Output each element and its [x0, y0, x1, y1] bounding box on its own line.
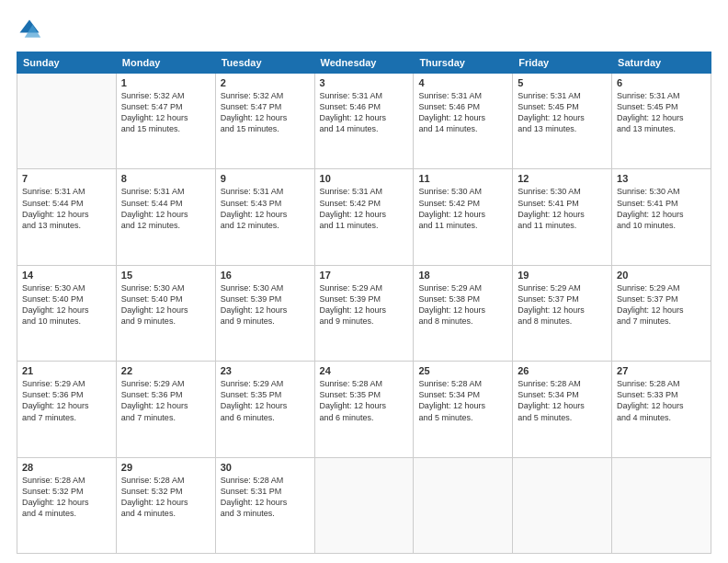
calendar-week-row: 1Sunrise: 5:32 AM Sunset: 5:47 PM Daylig…	[17, 74, 711, 169]
day-number: 23	[221, 365, 310, 376]
calendar-cell: 30Sunrise: 5:28 AM Sunset: 5:31 PM Dayli…	[215, 457, 314, 553]
day-number: 14	[22, 270, 111, 281]
day-info: Sunrise: 5:29 AM Sunset: 5:36 PM Dayligh…	[22, 378, 111, 423]
logo-icon	[17, 17, 42, 42]
day-number: 2	[221, 77, 310, 88]
day-number: 12	[518, 173, 607, 184]
calendar-cell: 18Sunrise: 5:29 AM Sunset: 5:38 PM Dayli…	[414, 265, 513, 361]
day-info: Sunrise: 5:32 AM Sunset: 5:47 PM Dayligh…	[221, 90, 310, 135]
day-number: 20	[617, 270, 706, 281]
header	[17, 17, 711, 42]
calendar-week-row: 14Sunrise: 5:30 AM Sunset: 5:40 PM Dayli…	[17, 265, 711, 361]
day-info: Sunrise: 5:31 AM Sunset: 5:45 PM Dayligh…	[518, 90, 607, 135]
weekday-header-sunday: Sunday	[17, 52, 117, 74]
weekday-header-thursday: Thursday	[414, 52, 513, 74]
calendar-cell: 8Sunrise: 5:31 AM Sunset: 5:44 PM Daylig…	[116, 169, 215, 265]
calendar-cell: 9Sunrise: 5:31 AM Sunset: 5:43 PM Daylig…	[215, 169, 314, 265]
day-info: Sunrise: 5:28 AM Sunset: 5:33 PM Dayligh…	[617, 378, 706, 423]
calendar-cell: 12Sunrise: 5:30 AM Sunset: 5:41 PM Dayli…	[513, 169, 612, 265]
day-info: Sunrise: 5:29 AM Sunset: 5:38 PM Dayligh…	[418, 282, 507, 327]
day-info: Sunrise: 5:30 AM Sunset: 5:40 PM Dayligh…	[121, 282, 210, 327]
logo	[17, 17, 46, 42]
day-number: 22	[121, 365, 210, 376]
day-number: 4	[418, 77, 507, 88]
day-number: 8	[121, 173, 210, 184]
calendar-cell: 10Sunrise: 5:31 AM Sunset: 5:42 PM Dayli…	[314, 169, 414, 265]
calendar-cell: 16Sunrise: 5:30 AM Sunset: 5:39 PM Dayli…	[215, 265, 314, 361]
day-number: 5	[518, 77, 607, 88]
day-number: 24	[320, 365, 409, 376]
calendar-cell: 23Sunrise: 5:29 AM Sunset: 5:35 PM Dayli…	[215, 362, 314, 457]
calendar-cell	[612, 457, 711, 553]
calendar-cell	[314, 457, 414, 553]
calendar-cell: 14Sunrise: 5:30 AM Sunset: 5:40 PM Dayli…	[17, 265, 117, 361]
day-info: Sunrise: 5:28 AM Sunset: 5:34 PM Dayligh…	[518, 378, 607, 423]
day-info: Sunrise: 5:28 AM Sunset: 5:31 PM Dayligh…	[221, 475, 310, 520]
weekday-header-monday: Monday	[116, 52, 215, 74]
calendar-table: SundayMondayTuesdayWednesdayThursdayFrid…	[17, 52, 711, 554]
day-number: 25	[418, 365, 507, 376]
weekday-header-tuesday: Tuesday	[215, 52, 314, 74]
day-info: Sunrise: 5:32 AM Sunset: 5:47 PM Dayligh…	[121, 90, 210, 135]
day-number: 30	[221, 462, 310, 473]
calendar-cell: 27Sunrise: 5:28 AM Sunset: 5:33 PM Dayli…	[612, 362, 711, 457]
day-info: Sunrise: 5:31 AM Sunset: 5:45 PM Dayligh…	[617, 90, 706, 135]
day-info: Sunrise: 5:30 AM Sunset: 5:41 PM Dayligh…	[518, 186, 607, 231]
calendar-cell: 28Sunrise: 5:28 AM Sunset: 5:32 PM Dayli…	[17, 457, 117, 553]
day-number: 9	[221, 173, 310, 184]
day-info: Sunrise: 5:31 AM Sunset: 5:42 PM Dayligh…	[320, 186, 409, 231]
day-number: 15	[121, 270, 210, 281]
day-info: Sunrise: 5:30 AM Sunset: 5:40 PM Dayligh…	[22, 282, 111, 327]
day-number: 6	[617, 77, 706, 88]
calendar-cell: 2Sunrise: 5:32 AM Sunset: 5:47 PM Daylig…	[215, 74, 314, 169]
calendar-cell	[414, 457, 513, 553]
calendar-cell: 19Sunrise: 5:29 AM Sunset: 5:37 PM Dayli…	[513, 265, 612, 361]
day-number: 3	[320, 77, 409, 88]
day-info: Sunrise: 5:28 AM Sunset: 5:32 PM Dayligh…	[121, 475, 210, 520]
day-info: Sunrise: 5:31 AM Sunset: 5:43 PM Dayligh…	[221, 186, 310, 231]
day-info: Sunrise: 5:31 AM Sunset: 5:46 PM Dayligh…	[320, 90, 409, 135]
day-number: 26	[518, 365, 607, 376]
calendar-cell: 15Sunrise: 5:30 AM Sunset: 5:40 PM Dayli…	[116, 265, 215, 361]
day-info: Sunrise: 5:30 AM Sunset: 5:41 PM Dayligh…	[617, 186, 706, 231]
day-number: 18	[418, 270, 507, 281]
calendar-cell: 17Sunrise: 5:29 AM Sunset: 5:39 PM Dayli…	[314, 265, 414, 361]
day-info: Sunrise: 5:29 AM Sunset: 5:35 PM Dayligh…	[221, 378, 310, 423]
calendar-cell: 22Sunrise: 5:29 AM Sunset: 5:36 PM Dayli…	[116, 362, 215, 457]
day-info: Sunrise: 5:28 AM Sunset: 5:34 PM Dayligh…	[418, 378, 507, 423]
calendar-cell: 13Sunrise: 5:30 AM Sunset: 5:41 PM Dayli…	[612, 169, 711, 265]
day-number: 1	[121, 77, 210, 88]
calendar-week-row: 28Sunrise: 5:28 AM Sunset: 5:32 PM Dayli…	[17, 457, 711, 553]
calendar-cell: 7Sunrise: 5:31 AM Sunset: 5:44 PM Daylig…	[17, 169, 117, 265]
weekday-header-saturday: Saturday	[612, 52, 711, 74]
day-number: 27	[617, 365, 706, 376]
day-number: 13	[617, 173, 706, 184]
calendar-cell: 3Sunrise: 5:31 AM Sunset: 5:46 PM Daylig…	[314, 74, 414, 169]
calendar-cell: 24Sunrise: 5:28 AM Sunset: 5:35 PM Dayli…	[314, 362, 414, 457]
day-info: Sunrise: 5:30 AM Sunset: 5:42 PM Dayligh…	[418, 186, 507, 231]
calendar-header: SundayMondayTuesdayWednesdayThursdayFrid…	[17, 52, 711, 74]
calendar-cell: 5Sunrise: 5:31 AM Sunset: 5:45 PM Daylig…	[513, 74, 612, 169]
day-number: 29	[121, 462, 210, 473]
day-info: Sunrise: 5:29 AM Sunset: 5:37 PM Dayligh…	[617, 282, 706, 327]
calendar-cell: 11Sunrise: 5:30 AM Sunset: 5:42 PM Dayli…	[414, 169, 513, 265]
day-info: Sunrise: 5:31 AM Sunset: 5:44 PM Dayligh…	[121, 186, 210, 231]
day-number: 17	[320, 270, 409, 281]
calendar-cell: 25Sunrise: 5:28 AM Sunset: 5:34 PM Dayli…	[414, 362, 513, 457]
day-info: Sunrise: 5:28 AM Sunset: 5:32 PM Dayligh…	[22, 475, 111, 520]
calendar-cell	[513, 457, 612, 553]
day-number: 16	[221, 270, 310, 281]
day-number: 10	[320, 173, 409, 184]
calendar-cell: 4Sunrise: 5:31 AM Sunset: 5:46 PM Daylig…	[414, 74, 513, 169]
calendar-body: 1Sunrise: 5:32 AM Sunset: 5:47 PM Daylig…	[17, 74, 711, 554]
calendar-cell	[17, 74, 117, 169]
day-number: 11	[418, 173, 507, 184]
day-info: Sunrise: 5:31 AM Sunset: 5:46 PM Dayligh…	[418, 90, 507, 135]
day-info: Sunrise: 5:29 AM Sunset: 5:37 PM Dayligh…	[518, 282, 607, 327]
day-number: 21	[22, 365, 111, 376]
day-info: Sunrise: 5:29 AM Sunset: 5:36 PM Dayligh…	[121, 378, 210, 423]
day-info: Sunrise: 5:29 AM Sunset: 5:39 PM Dayligh…	[320, 282, 409, 327]
calendar-week-row: 21Sunrise: 5:29 AM Sunset: 5:36 PM Dayli…	[17, 362, 711, 457]
weekday-header-friday: Friday	[513, 52, 612, 74]
day-info: Sunrise: 5:31 AM Sunset: 5:44 PM Dayligh…	[22, 186, 111, 231]
